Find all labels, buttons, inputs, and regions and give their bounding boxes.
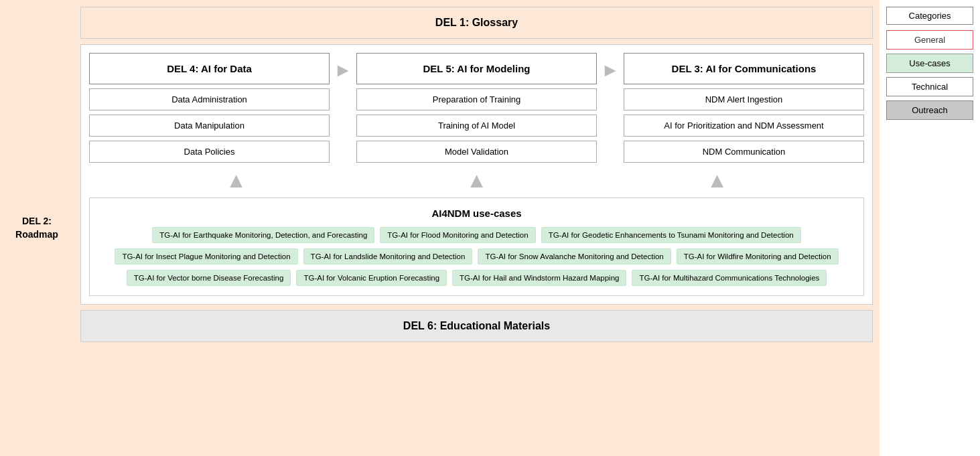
left-label: DEL 2: Roadmap [0,0,74,456]
del5-col: DEL 5: AI for Modeling Preparation of Tr… [356,53,597,163]
use-case-tag[interactable]: TG-AI for Snow Avalanche Monitoring and … [478,248,671,264]
del3-item-1: AI for Prioritization and NDM Assessment [624,115,864,137]
arrow-right-1: ► [330,53,356,81]
categories-title: Categories [886,7,973,25]
del6-title: DEL 6: Educational Materials [403,320,550,331]
main-content: DEL 1: Glossary DEL 4: AI for Data Data … [74,0,880,456]
del4-item-1: Data Manipulation [89,115,330,137]
arrow-up-3: ▲ [707,169,728,191]
del-columns: DEL 4: AI for Data Data Administration D… [89,53,864,163]
use-case-tag[interactable]: TG-AI for Hail and Windstorm Hazard Mapp… [452,270,626,286]
del3-item-2: NDM Communication [624,141,864,163]
middle-section: DEL 4: AI for Data Data Administration D… [80,44,873,305]
del4-item-0: Data Administration [89,88,330,110]
category-btn-outreach[interactable]: Outreach [886,100,973,120]
del5-item-2: Model Validation [356,141,597,163]
use-case-tag[interactable]: TG-AI for Volcanic Eruption Forecasting [296,270,447,286]
category-btn-technical[interactable]: Technical [886,77,973,96]
sidebar: Categories General Use-cases Technical O… [880,0,980,456]
del2-label: DEL 2: Roadmap [15,215,58,241]
del3-header: DEL 3: AI for Communications [624,53,864,84]
use-cases-box: AI4NDM use-cases TG-AI for Earthquake Mo… [89,198,864,296]
use-case-tag[interactable]: TG-AI for Vector borne Disease Forecasti… [127,270,291,286]
arrow-right-2: ► [597,53,624,81]
del4-col: DEL 4: AI for Data Data Administration D… [89,53,330,163]
arrows-row: ▲ ▲ ▲ [89,169,864,191]
del1-box: DEL 1: Glossary [80,7,873,39]
category-btn-usecases[interactable]: Use-cases [886,54,973,73]
use-cases-title: AI4NDM use-cases [100,208,853,219]
use-cases-tags: TG-AI for Earthquake Monitoring, Detecti… [100,227,853,286]
arrow-up-1: ▲ [226,169,247,191]
use-case-tag[interactable]: TG-AI for Flood Monitoring and Detection [380,227,535,243]
del5-item-1: Training of AI Model [356,115,597,137]
use-case-tag[interactable]: TG-AI for Geodetic Enhancements to Tsuna… [541,227,801,243]
del3-col: DEL 3: AI for Communications NDM Alert I… [624,53,864,163]
del4-header: DEL 4: AI for Data [89,53,330,84]
use-case-tag[interactable]: TG-AI for Insect Plague Monitoring and D… [115,248,297,264]
del4-item-2: Data Policies [89,141,330,163]
del3-item-0: NDM Alert Ingestion [624,88,864,110]
category-btn-general[interactable]: General [886,30,973,50]
use-case-tag[interactable]: TG-AI for Multihazard Communications Tec… [632,270,827,286]
use-case-tag[interactable]: TG-AI for Landslide Monitoring and Detec… [303,248,473,264]
del5-header: DEL 5: AI for Modeling [356,53,597,84]
use-case-tag[interactable]: TG-AI for Earthquake Monitoring, Detecti… [152,227,374,243]
use-case-tag[interactable]: TG-AI for Wildfire Monitoring and Detect… [677,248,839,264]
del1-title: DEL 1: Glossary [435,17,518,28]
arrow-up-2: ▲ [466,169,488,191]
del5-item-0: Preparation of Training [356,88,597,110]
del6-box: DEL 6: Educational Materials [80,310,873,342]
